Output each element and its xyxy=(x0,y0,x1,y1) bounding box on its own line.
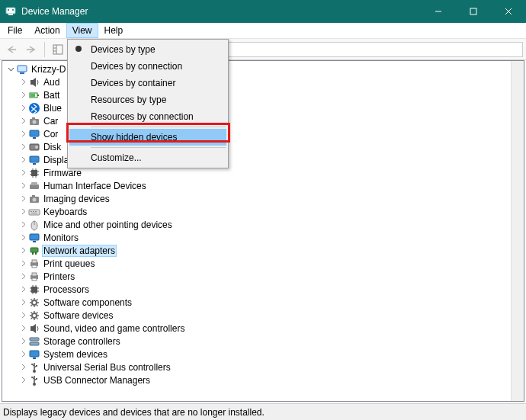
view-show-hidden-devices[interactable]: Show hidden devices xyxy=(69,129,226,146)
tree-item[interactable]: Keyboards xyxy=(2,205,524,218)
expand-icon[interactable] xyxy=(18,195,28,202)
expand-icon[interactable] xyxy=(18,364,28,370)
tree-item[interactable]: Print queues xyxy=(2,257,524,270)
gear-icon xyxy=(28,309,40,322)
view-devices-by-container[interactable]: Devices by container xyxy=(69,75,226,91)
radio-selected-icon xyxy=(75,46,82,52)
menu-item-label: Show hidden devices xyxy=(91,132,177,143)
tree-item-label: Aud xyxy=(42,77,61,88)
usb-icon xyxy=(28,374,40,386)
tree-item[interactable]: Storage controllers xyxy=(2,335,524,348)
show-hide-tree-button[interactable] xyxy=(50,41,66,58)
tree-item[interactable]: Sound, video and game controllers xyxy=(2,322,524,335)
expand-icon[interactable] xyxy=(18,79,28,85)
expand-icon[interactable] xyxy=(18,221,28,228)
tree-item[interactable]: Monitors xyxy=(2,231,524,244)
tree-item[interactable]: Processors xyxy=(2,283,524,296)
tree-item[interactable]: USB Connector Managers xyxy=(2,374,524,386)
expand-icon[interactable] xyxy=(18,338,28,345)
tree-item-label: Disk xyxy=(42,142,63,152)
expand-icon[interactable] xyxy=(18,117,28,124)
tree-item[interactable]: Imaging devices xyxy=(2,192,524,205)
view-resources-by-type[interactable]: Resources by type xyxy=(69,91,226,108)
expand-icon[interactable] xyxy=(18,299,28,306)
svg-rect-57 xyxy=(32,260,37,263)
monitor-icon xyxy=(28,232,40,244)
expand-icon[interactable] xyxy=(18,143,28,150)
tree-item-label: Batt xyxy=(42,90,61,101)
expand-icon[interactable] xyxy=(18,273,28,280)
menu-action[interactable]: Action xyxy=(28,23,66,38)
expand-icon[interactable] xyxy=(18,208,28,215)
svg-rect-61 xyxy=(32,278,37,281)
tree-item-label: Network adapters xyxy=(42,245,117,257)
expand-icon[interactable] xyxy=(18,247,28,254)
maximize-button[interactable] xyxy=(456,0,491,23)
svg-rect-24 xyxy=(30,130,39,136)
expand-icon[interactable] xyxy=(18,234,28,241)
expand-icon[interactable] xyxy=(18,260,28,267)
menu-item-label: Devices by container xyxy=(91,78,175,88)
svg-point-80 xyxy=(31,364,33,365)
menu-help[interactable]: Help xyxy=(98,23,130,38)
tree-item[interactable]: Network adapters xyxy=(2,244,524,257)
nav-back-button[interactable] xyxy=(3,41,20,58)
tree-item[interactable]: Mice and other pointing devices xyxy=(2,218,524,231)
tree-item-label: Imaging devices xyxy=(42,194,111,204)
view-devices-by-connection[interactable]: Devices by connection xyxy=(69,58,226,75)
menu-separator xyxy=(91,147,226,148)
expand-icon[interactable] xyxy=(18,91,28,98)
expand-icon[interactable] xyxy=(18,312,28,319)
svg-point-84 xyxy=(31,377,33,378)
svg-rect-0 xyxy=(6,8,15,14)
menu-file[interactable]: File xyxy=(2,23,28,38)
tree-item-label: Blue xyxy=(42,103,63,114)
svg-rect-73 xyxy=(30,326,33,331)
expand-icon[interactable] xyxy=(18,377,28,383)
expand-icon[interactable] xyxy=(18,169,28,176)
tree-item-label: Printers xyxy=(42,271,76,282)
expand-icon[interactable] xyxy=(18,130,28,137)
minimize-button[interactable] xyxy=(421,0,456,23)
monitor-icon xyxy=(28,154,40,166)
window-title: Device Manager xyxy=(21,6,88,17)
svg-rect-19 xyxy=(30,94,35,97)
keyboard-icon xyxy=(28,206,40,218)
svg-point-71 xyxy=(32,300,37,305)
computer-icon xyxy=(16,63,28,75)
collapse-icon[interactable] xyxy=(5,66,16,72)
gear-icon xyxy=(28,297,40,309)
expand-icon[interactable] xyxy=(18,182,28,189)
vertical-scrollbar[interactable] xyxy=(511,61,524,401)
menu-view[interactable]: View xyxy=(66,23,98,38)
tree-item-label: Human Interface Devices xyxy=(42,181,148,191)
close-button[interactable] xyxy=(491,0,526,23)
view-devices-by-type[interactable]: Devices by type xyxy=(69,41,226,58)
usb-icon xyxy=(28,361,40,374)
expand-icon[interactable] xyxy=(18,104,28,111)
chip-icon xyxy=(28,167,40,179)
expand-icon[interactable] xyxy=(18,325,28,332)
svg-point-42 xyxy=(33,197,37,201)
tree-item[interactable]: Human Interface Devices xyxy=(2,179,524,192)
svg-rect-74 xyxy=(30,338,39,341)
tree-item[interactable]: Software devices xyxy=(2,309,524,322)
tree-item[interactable]: Printers xyxy=(2,270,524,283)
svg-rect-85 xyxy=(36,378,37,380)
expand-icon[interactable] xyxy=(18,286,28,293)
tree-item[interactable]: System devices xyxy=(2,348,524,361)
tree-item-label: Software devices xyxy=(42,310,114,321)
view-customize[interactable]: Customize... xyxy=(69,149,226,166)
expand-icon[interactable] xyxy=(18,156,28,163)
expand-icon[interactable] xyxy=(18,351,28,357)
svg-point-27 xyxy=(35,146,38,149)
svg-rect-15 xyxy=(20,72,24,74)
tree-item-label: Software components xyxy=(42,297,133,308)
view-resources-by-connection[interactable]: Resources by connection xyxy=(69,108,226,125)
nav-forward-button[interactable] xyxy=(23,41,40,58)
tree-item[interactable]: Universal Serial Bus controllers xyxy=(2,361,524,374)
svg-rect-40 xyxy=(31,182,37,185)
svg-rect-30 xyxy=(31,170,37,176)
tree-item[interactable]: Software components xyxy=(2,296,524,309)
printer-icon xyxy=(28,258,40,270)
